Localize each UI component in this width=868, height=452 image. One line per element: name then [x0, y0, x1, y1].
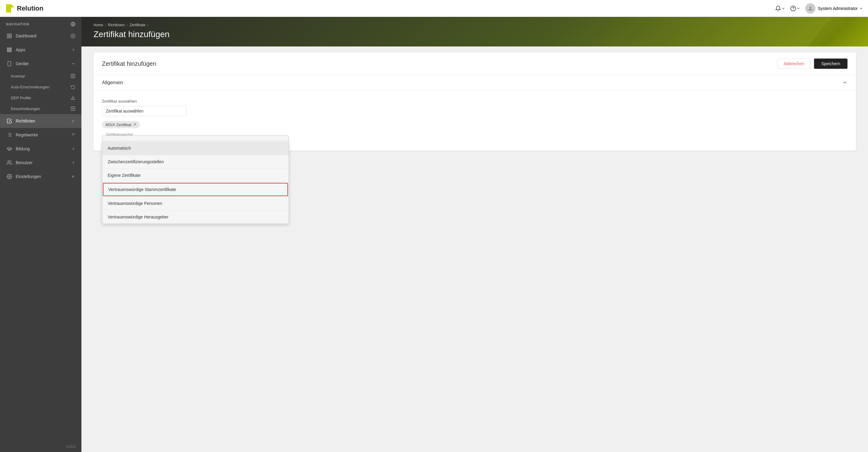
- cert-tag: MSIX Zertifikat ✕: [102, 121, 140, 128]
- sidebar: NAVIGATION Dashboard Apps: [0, 17, 82, 452]
- sidebar-label-auto-einschreibungen: Auto-Einschreibungen: [11, 85, 50, 89]
- sidebar-item-bildung[interactable]: Bildung: [0, 142, 82, 156]
- cert-tag-remove[interactable]: ✕: [133, 122, 137, 127]
- cert-store-dropdown: Automatisch Zwischenzertifizierungsstell…: [102, 142, 289, 224]
- dropdown-item-vertrauenswuerdige-personen[interactable]: Vertrauenswürdige Personen: [102, 197, 289, 210]
- sidebar-label-regelwerke: Regelwerke: [16, 132, 38, 137]
- sidebar-label-geraete: Geräte: [16, 61, 29, 66]
- sidebar-item-regelwerke[interactable]: Regelwerke: [0, 128, 82, 142]
- apps-icon: [6, 47, 13, 53]
- users-icon: [6, 159, 13, 166]
- cancel-button[interactable]: Abbrechen: [777, 59, 810, 69]
- dashboard-icon: [6, 33, 13, 39]
- svg-rect-8: [7, 36, 9, 38]
- cert-tag-label: MSIX Zertifikat: [105, 122, 131, 127]
- topbar-right: System Administrator: [775, 3, 862, 13]
- help-button[interactable]: [790, 5, 799, 11]
- svg-rect-15: [9, 50, 10, 50]
- cert-store-group: Zertifikatsspeicher Automatisch Zwischen…: [102, 135, 289, 142]
- section-title: Allgemein: [102, 80, 123, 85]
- cert-store-trigger[interactable]: [102, 135, 289, 142]
- page-title: Zertifikat hinzufügen: [93, 30, 856, 39]
- card-header: Zertifikat hinzufügen Abbrechen Speicher…: [93, 53, 856, 75]
- sidebar-item-benutzer[interactable]: Benutzer: [0, 156, 82, 170]
- bildung-arrow: [71, 147, 75, 151]
- notification-chevron: [782, 7, 784, 9]
- user-menu[interactable]: System Administrator: [805, 3, 862, 13]
- apps-arrow: [71, 48, 75, 52]
- card-title: Zertifikat hinzufügen: [102, 60, 156, 67]
- card-actions: Abbrechen Speichern: [777, 59, 847, 69]
- inventar-icon: [70, 73, 75, 79]
- version-label: 5.15.0: [0, 441, 82, 452]
- dropdown-item-vertrauenswuerdige-herausgeber[interactable]: Vertrauenswürdige Herausgeber: [102, 210, 289, 223]
- svg-rect-19: [10, 51, 11, 52]
- dropdown-item-automatisch[interactable]: Automatisch: [102, 142, 289, 155]
- dep-icon: [70, 95, 75, 100]
- svg-rect-11: [7, 48, 8, 49]
- sidebar-item-dashboard[interactable]: Dashboard: [0, 29, 82, 43]
- cert-store-floating-label: Zertifikatsspeicher: [105, 133, 134, 137]
- avatar-icon: [807, 5, 813, 11]
- help-icon: [790, 5, 796, 11]
- breadcrumb: Home › Richtlinien › Zertifikate ›: [93, 23, 856, 27]
- policy-icon: [6, 118, 13, 124]
- sidebar-item-einschreibungen[interactable]: Einschreibungen: [0, 103, 82, 114]
- sidebar-item-inventar[interactable]: Inventar: [0, 70, 82, 82]
- sidebar-label-dep-profile: DEP Profile: [11, 96, 31, 100]
- svg-rect-5: [7, 34, 9, 35]
- svg-point-42: [72, 176, 73, 177]
- save-button[interactable]: Speichern: [814, 59, 847, 69]
- sidebar-item-dep-profile[interactable]: DEP Profile: [0, 92, 82, 103]
- section-collapse-icon[interactable]: [842, 80, 847, 85]
- sidebar-item-auto-einschreibungen[interactable]: Auto-Einschreibungen: [0, 82, 82, 92]
- regelwerke-icon-right: [70, 132, 75, 137]
- dropdown-item-zwischenzertifizierungsstellen[interactable]: Zwischenzertifizierungsstellen: [102, 155, 289, 169]
- dropdown-item-vertrauenswuerdige-stammzertifikate[interactable]: Vertrauenswürdige Stammzertifikate: [103, 183, 288, 196]
- cert-select-label: Zertifikat auswählen: [102, 99, 847, 103]
- svg-rect-14: [7, 50, 8, 50]
- settings-gear-icon: [70, 174, 75, 179]
- sidebar-label-inventar: Inventar: [11, 74, 25, 79]
- sidebar-label-einschreibungen: Einschreibungen: [11, 107, 40, 111]
- content-area: Home › Richtlinien › Zertifikate › Zerti…: [82, 17, 868, 452]
- devices-icon: [6, 60, 13, 67]
- sidebar-item-einstellungen[interactable]: Einstellungen: [0, 170, 82, 183]
- benutzer-arrow: [71, 160, 75, 165]
- help-chevron: [797, 7, 799, 9]
- breadcrumb-richtlinien[interactable]: Richtlinien: [108, 23, 125, 27]
- cert-select-button[interactable]: Zertifikat auswählen: [102, 106, 186, 116]
- breadcrumb-sep-2: ›: [126, 23, 128, 27]
- app-logo: Relution: [6, 4, 43, 13]
- breadcrumb-home[interactable]: Home: [93, 23, 103, 27]
- navigation-icon: [70, 22, 75, 27]
- education-icon: [6, 145, 13, 152]
- main-card: Zertifikat hinzufügen Abbrechen Speicher…: [93, 53, 856, 151]
- svg-rect-12: [9, 48, 10, 49]
- avatar: [805, 3, 815, 13]
- sidebar-label-bildung: Bildung: [16, 146, 30, 151]
- app-name: Relution: [17, 4, 43, 12]
- svg-point-41: [9, 176, 10, 177]
- section-header: Allgemein: [93, 75, 856, 91]
- page-header: Home › Richtlinien › Zertifikate › Zerti…: [82, 17, 868, 47]
- sidebar-item-richtlinien[interactable]: Richtlinien: [0, 114, 82, 128]
- dropdown-item-eigene-zertifikate[interactable]: Eigene Zertifikate: [102, 169, 289, 182]
- notification-button[interactable]: [775, 5, 784, 11]
- svg-rect-18: [9, 51, 10, 52]
- user-name: System Administrator: [818, 6, 858, 11]
- geraete-arrow: [71, 62, 75, 66]
- svg-rect-7: [10, 36, 11, 38]
- svg-rect-17: [7, 51, 8, 52]
- settings-icon: [6, 173, 13, 180]
- dashboard-nav-icon: [70, 33, 75, 38]
- sidebar-label-einstellungen: Einstellungen: [16, 174, 41, 179]
- svg-rect-6: [10, 34, 11, 35]
- breadcrumb-sep-3: ›: [147, 23, 148, 27]
- sidebar-label-richtlinien: Richtlinien: [16, 119, 35, 123]
- sidebar-item-geraete[interactable]: Geräte: [0, 57, 82, 70]
- cert-select-group: Zertifikat auswählen Zertifikat auswähle…: [102, 99, 847, 128]
- sidebar-item-apps[interactable]: Apps: [0, 43, 82, 57]
- rules-icon: [6, 131, 13, 138]
- breadcrumb-zertifikate[interactable]: Zertifikate: [129, 23, 145, 27]
